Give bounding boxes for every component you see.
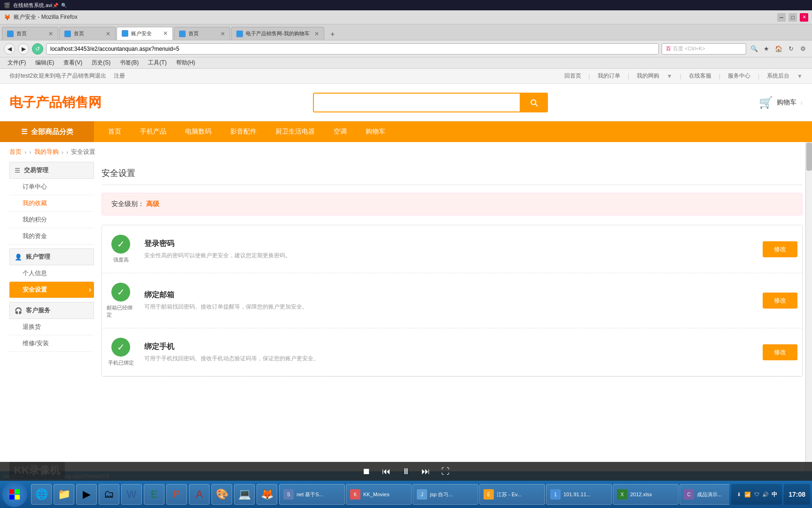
taskbar-quick-firefox[interactable]: 🦊: [257, 484, 277, 505]
tab-4[interactable]: 🌐 首页 ✕: [174, 27, 230, 40]
taskbar-quick-media[interactable]: ▶: [76, 484, 97, 505]
menu-view[interactable]: 查看(V): [60, 58, 86, 68]
tab-3[interactable]: 🌐 账户安全 ✕: [117, 27, 173, 40]
new-tab-button[interactable]: +: [327, 29, 338, 40]
media-stop-button[interactable]: ⏹: [362, 467, 371, 476]
cart-area[interactable]: 🛒 购物车 ›: [759, 96, 803, 109]
media-next-button[interactable]: ⏭: [422, 467, 430, 476]
sidebar-item-security[interactable]: 安全设置: [9, 282, 94, 298]
tab-1-close[interactable]: ✕: [48, 31, 53, 37]
home-link[interactable]: 回首页: [564, 72, 581, 80]
scrollbar-thumb[interactable]: [806, 143, 812, 171]
vm-icon: 💻: [238, 488, 251, 501]
scrollbar-track[interactable]: [805, 142, 812, 481]
tab-2-label: 首页: [74, 30, 101, 37]
settings-icon-btn[interactable]: ⚙: [798, 44, 808, 54]
orders-link[interactable]: 我的订单: [598, 72, 620, 80]
password-modify-button[interactable]: 修改: [763, 241, 797, 257]
menu-file[interactable]: 文件(F): [4, 58, 30, 68]
system-clock[interactable]: 17:08: [784, 484, 810, 505]
breadcrumb-my-shopping[interactable]: 我的导购: [34, 148, 59, 156]
taskbar-app-6[interactable]: X 2012.xlsx: [613, 484, 679, 505]
menu-bookmarks[interactable]: 书签(B): [116, 58, 142, 68]
reload-button[interactable]: ↺: [32, 43, 43, 55]
pin-icon[interactable]: 📌: [52, 2, 59, 8]
start-button[interactable]: [2, 482, 27, 507]
taskbar-quick-excel[interactable]: E: [144, 484, 164, 505]
menu-edit[interactable]: 编辑(E): [31, 58, 58, 68]
breadcrumb-home[interactable]: 首页: [9, 148, 22, 156]
forward-button[interactable]: ▶: [18, 43, 29, 55]
tab-4-close[interactable]: ✕: [220, 31, 225, 37]
nav-phones[interactable]: 手机产品: [131, 121, 176, 142]
nav-category-btn[interactable]: ☰ 全部商品分类: [0, 121, 94, 142]
taskbar-quick-explorer[interactable]: 📁: [54, 484, 74, 505]
minimize-button[interactable]: ─: [777, 13, 786, 22]
taskbar-quick-ie[interactable]: 🌐: [31, 484, 52, 505]
menu-history[interactable]: 历史(S): [88, 58, 114, 68]
url-input[interactable]: [46, 43, 659, 55]
menu-bar: 文件(F) 编辑(E) 查看(V) 历史(S) 书签(B) 工具(T) 帮助(H…: [0, 57, 812, 69]
taskbar-app-5[interactable]: 1 101.91.11...: [546, 484, 612, 505]
tab-1[interactable]: 🌐 首页 ✕: [2, 27, 58, 40]
tray-volume-icon[interactable]: 🔊: [762, 491, 769, 498]
search-input[interactable]: [313, 93, 520, 112]
online-service-link[interactable]: 在线客服: [689, 72, 711, 80]
nav-appliances[interactable]: 厨卫生活电器: [266, 121, 324, 142]
menu-tools[interactable]: 工具(T): [144, 58, 170, 68]
search-icon-btn[interactable]: 🔍: [749, 44, 759, 54]
media-fullscreen-button[interactable]: ⛶: [441, 467, 450, 476]
tab-5[interactable]: 🌐 电子产品销售网-我的购物车 ✕: [231, 27, 324, 40]
phone-modify-button[interactable]: 修改: [763, 344, 797, 360]
menu-help[interactable]: 帮助(H): [172, 58, 199, 68]
nav-home[interactable]: 首页: [99, 121, 131, 142]
media-prev-button[interactable]: ⏮: [382, 467, 390, 476]
sidebar-item-profile[interactable]: 个人信息: [9, 265, 94, 282]
sidebar-item-repairs[interactable]: 维修/安装: [9, 335, 94, 352]
taskbar-app-3[interactable]: J jsp 自习...: [413, 484, 478, 505]
nav-computers[interactable]: 电脑数码: [176, 121, 221, 142]
email-modify-button[interactable]: 修改: [763, 293, 797, 309]
taskbar-app-1[interactable]: S net 基于S...: [279, 484, 345, 505]
search-button[interactable]: [520, 93, 548, 112]
taskbar-quick-powerpoint[interactable]: P: [166, 484, 187, 505]
taskbar-quick-photoshop[interactable]: 🎨: [211, 484, 232, 505]
sidebar-item-orders-label: 订单中心: [23, 183, 47, 191]
sidebar-item-orders[interactable]: 订单中心: [9, 179, 94, 195]
backend-link[interactable]: 系统后台: [767, 72, 789, 80]
tab-3-close[interactable]: ✕: [163, 30, 168, 37]
taskbar-quick-vm[interactable]: 💻: [234, 484, 255, 505]
maximize-button[interactable]: □: [789, 13, 797, 22]
star-icon-btn[interactable]: ★: [761, 44, 772, 54]
tray-ime-icon[interactable]: 中: [771, 491, 778, 498]
tray-antivirus-icon[interactable]: 🛡: [753, 491, 760, 498]
taskbar-quick-folder[interactable]: 🗂: [99, 484, 119, 505]
sidebar-item-points[interactable]: 我的积分: [9, 212, 94, 228]
sidebar-item-favorites[interactable]: 我的收藏: [9, 195, 94, 212]
taskbar-app-2[interactable]: K KK_Movies: [346, 484, 412, 505]
tab-5-close[interactable]: ✕: [314, 31, 319, 37]
register-link[interactable]: 注册: [114, 72, 125, 80]
close-button[interactable]: ✕: [800, 13, 808, 22]
service-center-link[interactable]: 服务中心: [728, 72, 750, 80]
tray-download-icon[interactable]: ⬇: [735, 491, 742, 498]
my-shopping-link[interactable]: 我的网购: [637, 72, 659, 80]
nav-cart[interactable]: 购物车: [356, 121, 395, 142]
tray-network-icon[interactable]: 📶: [744, 491, 751, 498]
taskbar-quick-word[interactable]: W: [121, 484, 142, 505]
media-pause-button[interactable]: ⏸: [402, 467, 410, 476]
tab-2-close[interactable]: ✕: [106, 31, 110, 37]
home-icon-btn[interactable]: 🏠: [773, 44, 784, 54]
site-logo[interactable]: 电子产品销售网: [9, 94, 102, 111]
taskbar-quick-access[interactable]: A: [189, 484, 210, 505]
refresh-icon-btn[interactable]: ↻: [786, 44, 796, 54]
sidebar-item-funds[interactable]: 我的资金: [9, 228, 94, 245]
taskbar-app-7[interactable]: C 成品演示...: [679, 484, 729, 505]
nav-av[interactable]: 影音配件: [221, 121, 266, 142]
tab-2[interactable]: 🌐 首页 ✕: [59, 27, 116, 40]
window-search-icon[interactable]: 🔍: [61, 2, 67, 8]
taskbar-app-4[interactable]: E 江苏 - Ev...: [479, 484, 545, 505]
sidebar-item-returns[interactable]: 退换货: [9, 319, 94, 335]
back-button[interactable]: ◀: [4, 43, 15, 55]
nav-ac[interactable]: 空调: [324, 121, 356, 142]
